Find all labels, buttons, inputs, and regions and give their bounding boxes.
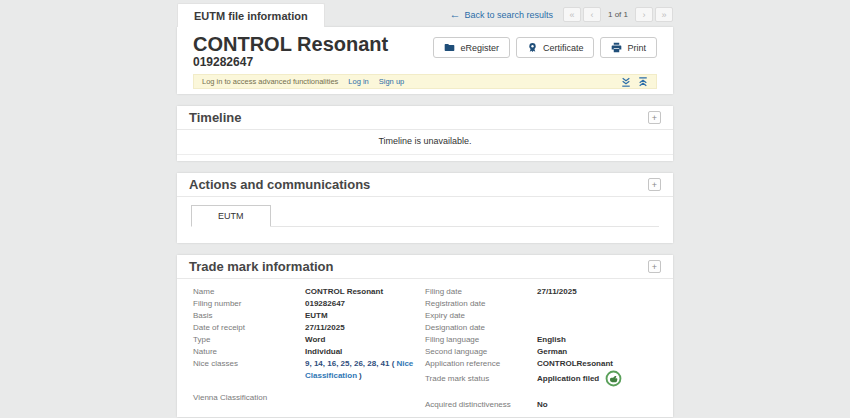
login-banner-message: Log in to access advanced functionalitie… — [202, 77, 338, 86]
field-nature: Nature Individual — [193, 346, 425, 358]
header-card: CONTROL Resonant 019282647 eRegister Cer… — [177, 27, 673, 94]
next-page-button[interactable]: › — [635, 7, 653, 22]
content-container: EUTM file information ← Back to search r… — [177, 0, 673, 418]
login-banner: Log in to access advanced functionalitie… — [193, 74, 657, 89]
actions-section-header: Actions and communications + — [177, 173, 673, 197]
left-column-spacer — [193, 382, 425, 392]
actions-toggle-button[interactable]: + — [648, 178, 661, 191]
field-vienna-classification: Vienna Classification — [193, 392, 425, 404]
back-link-label: Back to search results — [464, 10, 553, 20]
timeline-divider — [177, 154, 673, 161]
application-filed-status-icon — [605, 370, 622, 387]
header-row: CONTROL Resonant 019282647 eRegister Cer… — [193, 33, 657, 69]
trademark-toggle-button[interactable]: + — [648, 260, 661, 273]
previous-page-button[interactable]: ‹ — [583, 7, 601, 22]
timeline-toggle-button[interactable]: + — [648, 111, 661, 124]
field-trademark-status: Trade mark status Application filed — [425, 370, 657, 387]
page-title: CONTROL Resonant — [193, 33, 388, 55]
eregister-button[interactable]: eRegister — [433, 37, 510, 58]
field-date-of-receipt: Date of receipt 27/11/2025 — [193, 322, 425, 334]
actions-section-title: Actions and communications — [189, 177, 370, 192]
field-name: Name CONTROL Resonant — [193, 286, 425, 298]
status-text: Application filed — [537, 373, 599, 385]
field-type: Type Word — [193, 334, 425, 346]
timeline-section-title: Timeline — [189, 110, 242, 125]
pagination: « ‹ 1 of 1 › » — [563, 7, 673, 22]
timeline-section: Timeline + Timeline is unavailable. — [177, 106, 673, 161]
field-second-language: Second language German — [425, 346, 657, 358]
field-registration-date: Registration date — [425, 298, 657, 310]
field-application-reference: Application reference CONTROLResonant — [425, 358, 657, 370]
print-button[interactable]: Print — [600, 37, 657, 58]
header-buttons: eRegister Certificate Print — [433, 33, 657, 69]
expand-all-icon[interactable] — [638, 77, 648, 87]
first-page-button[interactable]: « — [563, 7, 581, 22]
actions-section: Actions and communications + EUTM — [177, 173, 673, 243]
actions-tab-bar: EUTM — [191, 205, 659, 227]
trademark-left-column: Name CONTROL Resonant Filing number 0192… — [193, 286, 425, 411]
actions-content: EUTM — [177, 197, 673, 243]
field-expiry-date: Expiry date — [425, 310, 657, 322]
printer-icon — [611, 42, 622, 53]
top-bar: EUTM file information ← Back to search r… — [177, 0, 673, 27]
tab-eutm[interactable]: EUTM — [191, 205, 271, 227]
field-filing-language: Filing language English — [425, 334, 657, 346]
back-to-search-link[interactable]: ← Back to search results — [449, 10, 553, 20]
trademark-section-header: Trade mark information + — [177, 255, 673, 279]
field-designation-date: Designation date — [425, 322, 657, 334]
trademark-fields: Name CONTROL Resonant Filing number 0192… — [177, 279, 673, 417]
last-page-button[interactable]: » — [655, 7, 673, 22]
nice-classes-values: 9, 14, 16, 25, 26, 28, 41 ( — [305, 359, 394, 368]
print-label: Print — [627, 43, 646, 53]
pagination-status: 1 of 1 — [608, 10, 628, 19]
actions-empty-area — [191, 227, 659, 243]
trademark-section-title: Trade mark information — [189, 259, 333, 274]
section-expand-controls — [621, 77, 648, 87]
timeline-content: Timeline is unavailable. — [177, 130, 673, 161]
nice-classes-suffix: ) — [359, 371, 362, 380]
right-column-spacer — [425, 387, 657, 399]
collapse-all-icon[interactable] — [621, 77, 631, 87]
certificate-label: Certificate — [543, 43, 584, 53]
field-filing-number: Filing number 019282647 — [193, 298, 425, 310]
signup-link[interactable]: Sign up — [379, 77, 404, 86]
field-acquired-distinctiveness: Acquired distinctiveness No — [425, 399, 657, 411]
timeline-unavailable-message: Timeline is unavailable. — [177, 136, 673, 154]
certificate-button[interactable]: Certificate — [516, 37, 595, 58]
eregister-label: eRegister — [460, 43, 499, 53]
trademark-number: 019282647 — [193, 55, 388, 69]
back-arrow-icon: ← — [449, 10, 460, 19]
login-link[interactable]: Log in — [348, 77, 368, 86]
timeline-section-header: Timeline + — [177, 106, 673, 130]
field-basis: Basis EUTM — [193, 310, 425, 322]
title-block: CONTROL Resonant 019282647 — [193, 33, 388, 69]
tab-label: EUTM file information — [194, 10, 308, 22]
top-controls: ← Back to search results « ‹ 1 of 1 › » — [449, 7, 673, 27]
folder-icon — [444, 42, 455, 53]
field-nice-classes: Nice classes 9, 14, 16, 25, 26, 28, 41 (… — [193, 358, 425, 382]
trademark-info-section: Trade mark information + Name CONTROL Re… — [177, 255, 673, 417]
tab-eutm-file-information[interactable]: EUTM file information — [177, 3, 325, 27]
trademark-right-column: Filing date 27/11/2025 Registration date… — [425, 286, 657, 411]
certificate-seal-icon — [527, 42, 538, 53]
field-filing-date: Filing date 27/11/2025 — [425, 286, 657, 298]
